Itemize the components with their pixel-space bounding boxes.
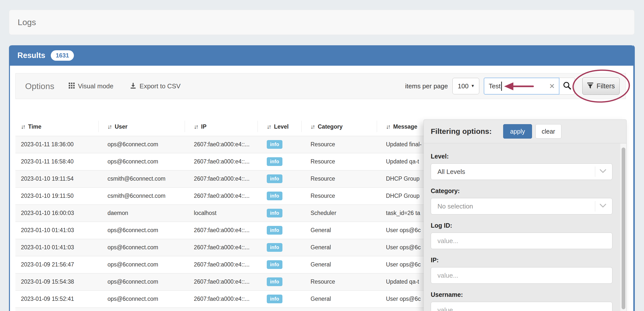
filter-label-level: Level: (431, 153, 612, 160)
cell-category: Scheduler (302, 204, 377, 222)
cell-ip: 2607:fae0:a000:e4::... (185, 153, 258, 170)
search-icon (563, 81, 572, 91)
logs-page: Logs Results 1631 Options (0, 0, 644, 311)
items-per-page-select[interactable]: 100 ▾ (452, 78, 479, 94)
sort-icon: ↓↑ (21, 124, 25, 130)
caret-down-icon: ▾ (472, 83, 474, 88)
download-icon (130, 82, 136, 90)
chevron-down-icon (599, 169, 607, 175)
export-csv-button[interactable]: Export to CSV (130, 82, 181, 90)
cell-level: info (258, 290, 302, 308)
column-label: Level (274, 124, 289, 130)
sort-icon: ↓↑ (310, 124, 314, 130)
cell-ip: 2607:fae0:a000:e4::... (185, 256, 258, 273)
filter-input-ip[interactable]: value... (431, 267, 612, 284)
filter-panel: Filtering options: apply clear Level:All… (424, 120, 626, 311)
column-label: Time (28, 124, 41, 130)
results-header: Results 1631 (10, 45, 633, 66)
filter-label-category: Category: (431, 187, 612, 194)
filter-select-category[interactable]: No selection (431, 198, 612, 214)
items-per-page-value: 100 (458, 82, 468, 90)
cell-user: ops@6connect.com (98, 239, 185, 256)
grid-icon (69, 82, 75, 90)
search-input[interactable]: Test ✕ (484, 78, 560, 94)
page-title-card: Logs (9, 10, 634, 35)
filter-input-username[interactable]: value... (431, 302, 612, 311)
cell-level: info (258, 273, 302, 290)
cell-user: ops@6connect.com (98, 153, 185, 170)
cell-time: 2023-01-10 16:00:03 (16, 204, 98, 222)
column-header-category[interactable]: ↓↑Category (302, 118, 377, 136)
search-group: Test ✕ (484, 78, 575, 94)
options-right-group: items per page 100 ▾ Test ✕ (405, 78, 620, 95)
cell-user: ops@6connect.com (98, 136, 185, 153)
cell-ip: 2607:fae0:a000:e4::... (185, 170, 258, 187)
cell-category: General (302, 239, 377, 256)
filter-icon (587, 82, 594, 90)
filter-label-username: Username: (431, 291, 612, 298)
level-badge: info (267, 243, 282, 252)
cell-user: csmith@6connect.com (98, 170, 185, 187)
chevron-down-icon (599, 203, 607, 209)
column-label: IP (201, 124, 206, 130)
cell-level: info (258, 187, 302, 204)
items-per-page-label: items per page (405, 82, 448, 90)
page-title: Logs (18, 18, 36, 27)
cell-time: 2023-01-10 01:41:03 (16, 239, 98, 256)
cell-user: ops@6connect.com (98, 256, 185, 273)
cell-user: ops@6connect.com (98, 222, 185, 239)
select-divider (595, 166, 595, 177)
search-button[interactable] (560, 78, 575, 94)
cell-level: info (258, 153, 302, 170)
filter-fields: Level:All LevelsCategory:No selectionLog… (424, 143, 626, 311)
results-title: Results (18, 51, 45, 60)
filter-select-level[interactable]: All Levels (431, 164, 612, 180)
sort-icon: ↓↑ (267, 124, 270, 130)
column-label: User (115, 124, 128, 130)
cell-time: 2023-01-09 15:54:38 (16, 273, 98, 290)
cell-ip: 2607:fae0:a000:e4::... (185, 187, 258, 204)
level-badge: info (267, 260, 282, 269)
column-header-user[interactable]: ↓↑User (98, 118, 185, 136)
column-label: Category (318, 124, 343, 130)
input-placeholder: value... (438, 306, 458, 311)
cell-level: info (258, 256, 302, 273)
cell-level: info (258, 239, 302, 256)
cell-category: General (302, 222, 377, 239)
filter-input-log-id[interactable]: value... (431, 233, 612, 249)
cell-ip: 2607:fae0:a000:e4::... (185, 239, 258, 256)
cell-time: 2023-01-11 18:36:00 (16, 136, 98, 153)
clear-search-icon[interactable]: ✕ (549, 82, 555, 90)
column-header-time[interactable]: ↓↑Time (16, 118, 98, 136)
clear-button[interactable]: clear (536, 124, 562, 138)
select-value: No selection (438, 202, 473, 210)
cell-user: daemon (98, 204, 185, 222)
text-cursor (501, 82, 502, 91)
sort-icon: ↓↑ (194, 124, 198, 130)
apply-button[interactable]: apply (503, 124, 532, 138)
level-badge: info (267, 140, 282, 149)
cell-category: Resource (302, 187, 377, 204)
sort-icon: ↓↑ (386, 124, 390, 130)
cell-user: ops@6connect.com (98, 290, 185, 308)
column-header-ip[interactable]: ↓↑IP (185, 118, 258, 136)
column-label: Message (393, 124, 417, 130)
cell-ip: 2607:fae0:a000:e4::... (185, 136, 258, 153)
panel-scrollbar-thumb[interactable] (622, 148, 625, 309)
filters-button[interactable]: Filters (582, 78, 620, 95)
cell-category: Resource (302, 273, 377, 290)
cell-time: 2023-01-09 15:52:41 (16, 290, 98, 308)
select-divider (595, 201, 595, 212)
cell-level: info (258, 222, 302, 239)
visual-mode-label: Visual mode (78, 82, 114, 90)
input-placeholder: value... (438, 237, 458, 245)
cell-category: General (302, 290, 377, 308)
visual-mode-button[interactable]: Visual mode (69, 82, 114, 90)
level-badge: info (267, 157, 282, 166)
cell-time: 2023-01-10 19:11:54 (16, 170, 98, 187)
filter-label-log-id: Log ID: (431, 222, 612, 229)
filter-label-ip: IP: (431, 256, 612, 264)
cell-user: csmith@6connect.com (98, 187, 185, 204)
column-header-level[interactable]: ↓↑Level (258, 118, 302, 136)
level-badge: info (267, 209, 282, 218)
